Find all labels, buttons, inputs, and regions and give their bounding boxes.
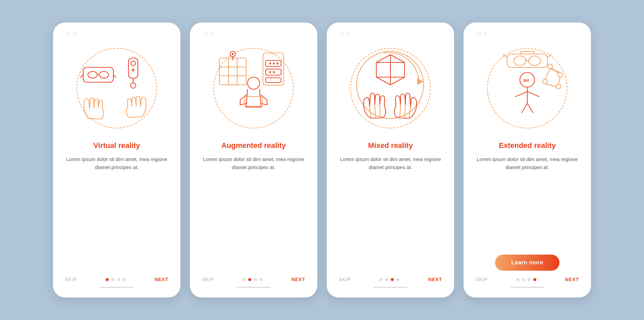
- footer-bar-mr: [374, 287, 407, 288]
- card-vr: Virtual reality Lorem ipsum dolor sit di…: [53, 22, 180, 298]
- card-title-ar: Augmented reality: [221, 141, 286, 150]
- card-title-mr: Mixed reality: [368, 141, 413, 150]
- dot-4-vr: [123, 278, 126, 281]
- phone-dot: [73, 32, 76, 35]
- icon-area-ar: ★★★ ★★: [207, 41, 301, 135]
- dot-2-vr: [111, 278, 114, 281]
- dot-3-xr: [528, 278, 531, 281]
- dot-1-ar: [243, 278, 246, 281]
- phone-dot: [210, 32, 213, 35]
- dot-1-vr: [106, 278, 109, 281]
- footer-bar-xr: [511, 287, 544, 288]
- phone-top-bar-ar: [204, 32, 213, 35]
- phone-dot: [484, 32, 487, 35]
- card-title-xr: Extended reality: [499, 141, 556, 150]
- card-body-xr: Lorem ipsum dolor sit dim amet, mea regi…: [474, 155, 580, 245]
- card-title-vr: Virtual reality: [94, 141, 140, 150]
- dots-xr: [516, 278, 536, 281]
- card-footer-ar: SKIP NEXT: [201, 277, 307, 282]
- skip-button-ar[interactable]: SKIP: [202, 277, 214, 282]
- icon-area-vr: [70, 41, 164, 135]
- dots-ar: [243, 278, 263, 281]
- phone-dot: [347, 32, 350, 35]
- card-body-ar: Lorem ipsum dolor sit dim amet, mea regi…: [201, 155, 307, 267]
- icon-area-xr: 360: [480, 41, 574, 135]
- phone-dot: [67, 32, 70, 35]
- dot-4-xr: [533, 278, 536, 281]
- footer-bar-vr: [100, 287, 133, 288]
- icon-area-mr: [343, 41, 437, 135]
- card-xr: 360: [464, 22, 591, 298]
- phone-dot: [204, 32, 207, 35]
- next-button-ar[interactable]: NEXT: [291, 277, 305, 282]
- card-body-vr: Lorem ipsum dolor sit dim amet, mea regi…: [64, 155, 170, 267]
- card-footer-xr: SKIP NEXT: [474, 277, 580, 282]
- dot-2-xr: [522, 278, 525, 281]
- card-footer-vr: SKIP NEXT: [64, 277, 170, 282]
- dashed-circle-xr: [487, 48, 568, 128]
- dot-2-mr: [385, 278, 388, 281]
- cards-container: Virtual reality Lorem ipsum dolor sit di…: [33, 9, 611, 311]
- skip-button-mr[interactable]: SKIP: [339, 277, 351, 282]
- skip-button-vr[interactable]: SKIP: [65, 277, 77, 282]
- phone-dot: [478, 32, 481, 35]
- next-button-xr[interactable]: NEXT: [565, 277, 579, 282]
- dots-mr: [379, 278, 399, 281]
- card-mr: Mixed reality Lorem ipsum dolor sit dim …: [327, 22, 454, 298]
- dot-2-ar: [248, 278, 251, 281]
- dashed-circle-vr: [76, 48, 157, 128]
- phone-dot: [341, 32, 344, 35]
- phone-top-bar-xr: [478, 32, 487, 35]
- card-ar: ★★★ ★★ Augmented: [190, 22, 317, 298]
- card-body-mr: Lorem ipsum dolor sit dim amet, mea regi…: [337, 155, 443, 267]
- dot-3-vr: [117, 278, 120, 281]
- dashed-circle-mr: [350, 48, 431, 128]
- dot-3-ar: [254, 278, 257, 281]
- dot-1-mr: [379, 278, 382, 281]
- footer-bar-ar: [237, 287, 270, 288]
- skip-button-xr[interactable]: SKIP: [476, 277, 488, 282]
- next-button-mr[interactable]: NEXT: [428, 277, 442, 282]
- phone-top-bar-mr: [341, 32, 350, 35]
- dot-3-mr: [391, 278, 394, 281]
- dashed-circle-ar: [213, 48, 294, 128]
- learn-more-button[interactable]: Learn more: [495, 255, 559, 271]
- dot-4-ar: [260, 278, 263, 281]
- phone-top-bar-vr: [67, 32, 76, 35]
- dot-1-xr: [516, 278, 519, 281]
- dot-4-mr: [396, 278, 399, 281]
- dots-vr: [106, 278, 126, 281]
- next-button-vr[interactable]: NEXT: [155, 277, 168, 282]
- card-footer-mr: SKIP NEXT: [337, 277, 443, 282]
